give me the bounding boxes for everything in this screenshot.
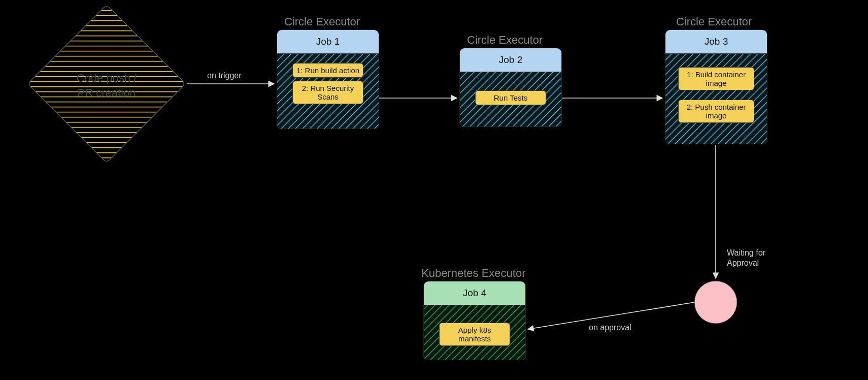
edge-label-waiting: Waiting for Approval xyxy=(727,248,765,268)
svg-rect-6 xyxy=(27,5,185,163)
job3-step-2: 2: Push container image xyxy=(678,100,754,123)
trigger-diamond xyxy=(27,5,185,163)
job3-step-1: 1: Build container image xyxy=(678,67,754,90)
job4-executor-title: Kubernetes Executor xyxy=(421,267,525,280)
job1-step-2: 2: Run Security Scans xyxy=(292,81,363,104)
job1-box: Job 1 1: Run build action 2: Run Securit… xyxy=(277,29,379,129)
job2-step-1: Run Tests xyxy=(475,90,546,105)
approval-circle xyxy=(694,281,737,324)
job1-step-1: 1: Run build action xyxy=(292,63,363,78)
edge-label-on-approval: on approval xyxy=(589,323,631,332)
edge-label-waiting-line1: Waiting for xyxy=(727,248,765,257)
job1-executor-title: Circle Executor xyxy=(284,15,360,28)
job1-header: Job 1 xyxy=(277,30,379,54)
job2-box: Job 2 Run Tests xyxy=(459,48,562,127)
job4-step-1: Apply k8s manifests xyxy=(439,323,510,346)
job4-box: Job 4 Apply k8s manifests xyxy=(423,281,526,360)
edge-label-trigger: on trigger xyxy=(207,71,242,80)
job3-header: Job 3 xyxy=(665,30,767,54)
job3-executor-title: Circle Executor xyxy=(676,15,752,28)
job4-header: Job 4 xyxy=(424,281,525,305)
job3-box: Job 3 1: Build container image 2: Push c… xyxy=(665,29,767,144)
job2-header: Job 2 xyxy=(460,48,561,72)
edge-label-waiting-line2: Approval xyxy=(727,259,759,267)
job2-executor-title: Circle Executor xyxy=(467,34,543,47)
